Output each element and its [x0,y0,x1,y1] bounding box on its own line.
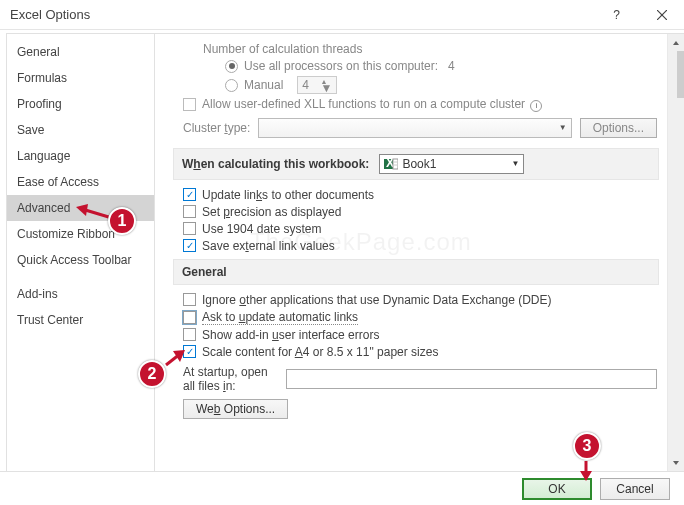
sidebar-item-quick-access-toolbar[interactable]: Quick Access Toolbar [7,247,154,273]
checkbox-ask-update-links[interactable] [183,311,196,324]
annotation-badge-1: 1 [108,207,136,235]
cluster-type-label: Cluster type: [183,121,250,135]
web-options-button[interactable]: Web Options... [183,399,288,419]
svg-marker-8 [673,461,679,465]
calc-threads-label: Number of calculation threads [203,42,657,56]
svg-marker-14 [580,471,592,481]
sidebar-item-add-ins[interactable]: Add-ins [7,281,154,307]
scrollbar-thumb[interactable] [677,51,684,98]
sidebar-item-general[interactable]: General [7,39,154,65]
checkbox-use-1904[interactable] [183,222,196,235]
info-icon[interactable]: i [530,100,542,112]
cluster-options-button[interactable]: Options... [580,118,657,138]
scroll-down-icon[interactable] [668,454,685,471]
radio-use-all-processors[interactable] [225,60,238,73]
startup-label: At startup, open all files in: [183,365,278,393]
vertical-scrollbar[interactable] [667,34,684,471]
section-general: General [173,259,659,285]
checkbox-allow-xll[interactable] [183,98,196,111]
svg-marker-10 [76,204,88,216]
help-button[interactable]: ? [594,0,639,30]
sidebar-item-ease-of-access[interactable]: Ease of Access [7,169,154,195]
annotation-arrow-3 [576,459,596,481]
checkbox-ignore-dde[interactable] [183,293,196,306]
titlebar: Excel Options ? [0,0,684,30]
sidebar-item-language[interactable]: Language [7,143,154,169]
radio-manual[interactable] [225,79,238,92]
window-title: Excel Options [10,7,594,22]
checkbox-set-precision[interactable] [183,205,196,218]
sidebar-item-formulas[interactable]: Formulas [7,65,154,91]
checkbox-show-addin-errors[interactable] [183,328,196,341]
options-panel: Number of calculation threads Use all pr… [155,34,667,471]
close-button[interactable] [639,0,684,30]
section-when-calculating: When calculating this workbook: X Book1 … [173,148,659,180]
checkbox-update-links[interactable] [183,188,196,201]
sidebar-item-save[interactable]: Save [7,117,154,143]
annotation-badge-2: 2 [138,360,166,388]
svg-rect-4 [393,159,398,169]
scroll-up-icon[interactable] [668,34,685,51]
sidebar: General Formulas Proofing Save Language … [6,33,155,471]
workbook-select[interactable]: X Book1 ▼ [379,154,524,174]
svg-marker-7 [673,41,679,45]
sidebar-item-trust-center[interactable]: Trust Center [7,307,154,333]
cancel-button[interactable]: Cancel [600,478,670,500]
svg-marker-12 [173,350,185,362]
sidebar-item-proofing[interactable]: Proofing [7,91,154,117]
cluster-type-dropdown[interactable]: ▼ [258,118,571,138]
annotation-badge-3: 3 [573,432,601,460]
checkbox-save-external[interactable] [183,239,196,252]
startup-folder-input[interactable] [286,369,657,389]
manual-count-stepper[interactable]: 4 ▲▼ [297,76,337,94]
annotation-arrow-2 [163,349,187,369]
excel-file-icon: X [384,157,398,171]
